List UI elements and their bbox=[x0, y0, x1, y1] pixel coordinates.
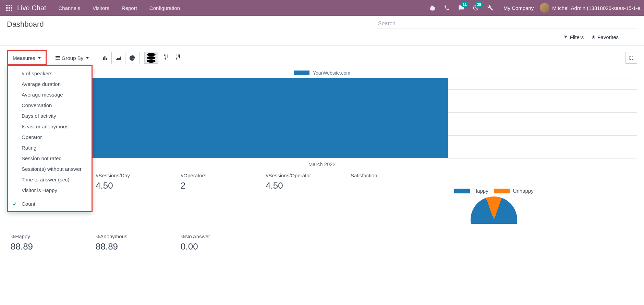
apps-grid-icon[interactable] bbox=[6, 5, 12, 11]
sort-asc-icon[interactable] bbox=[163, 54, 171, 62]
stacked-icon[interactable] bbox=[144, 52, 158, 64]
stat-label: #Sessions/Operator bbox=[266, 173, 343, 178]
nav-report[interactable]: Report bbox=[122, 5, 137, 11]
legend-unhappy-label: Unhappy bbox=[513, 188, 534, 194]
svg-point-1 bbox=[147, 56, 156, 60]
page-title: Dashboard bbox=[7, 20, 44, 29]
measure-avg-message[interactable]: Average message bbox=[8, 89, 92, 100]
measure-speakers[interactable]: # of speakers bbox=[8, 68, 92, 79]
svg-point-2 bbox=[147, 60, 156, 63]
measure-no-answer[interactable]: Session(s) without answer bbox=[8, 164, 92, 174]
chart-x-label: March 2022 bbox=[7, 158, 637, 173]
legend-label: YourWebsite.com bbox=[313, 70, 350, 76]
satisfaction-title: Satisfaction bbox=[351, 173, 637, 178]
company-selector[interactable]: My Company bbox=[503, 5, 534, 11]
bug-icon[interactable] bbox=[427, 3, 438, 13]
measure-avg-duration[interactable]: Average duration bbox=[8, 79, 92, 89]
measure-days-activity[interactable]: Days of activity bbox=[8, 111, 92, 121]
swatch-unhappy bbox=[494, 189, 510, 193]
legend-swatch bbox=[294, 71, 309, 75]
swatch-happy bbox=[454, 189, 470, 193]
stat-label: #Sessions/Day bbox=[96, 173, 173, 178]
search-input[interactable] bbox=[378, 21, 637, 27]
filters-button[interactable]: Filters bbox=[563, 34, 584, 40]
expand-icon[interactable] bbox=[625, 52, 637, 64]
stats-row-1: .. #Sessions/Day 4.50 #Operators 2 #Sess… bbox=[0, 173, 644, 224]
stat-sessions-operator: #Sessions/Operator 4.50 bbox=[262, 173, 347, 224]
stat-sessions-day: #Sessions/Day 4.50 bbox=[92, 173, 177, 224]
app-brand[interactable]: Live Chat bbox=[17, 4, 46, 12]
bar-chart-icon[interactable] bbox=[98, 52, 112, 64]
messages-icon[interactable]: 11 bbox=[456, 3, 466, 13]
satisfaction-pie[interactable] bbox=[471, 196, 517, 224]
clock-icon[interactable]: 28 bbox=[471, 3, 481, 13]
stat-value: 2 bbox=[181, 180, 258, 191]
sort-desc-icon[interactable] bbox=[175, 54, 183, 62]
avatar bbox=[540, 3, 549, 13]
caret-down-icon bbox=[38, 57, 41, 59]
user-menu[interactable]: Mitchell Admin (13818026-saas-15-1-a bbox=[540, 3, 641, 13]
messages-badge: 11 bbox=[461, 2, 469, 7]
measure-conversation[interactable]: Conversation bbox=[8, 100, 92, 111]
phone-icon[interactable] bbox=[442, 3, 452, 13]
measures-highlight-box: Measures # of speakers Average duration … bbox=[7, 50, 47, 65]
legend-happy-label: Happy bbox=[473, 188, 488, 194]
top-navbar: Live Chat Channels Visitors Report Confi… bbox=[0, 0, 644, 16]
user-name: Mitchell Admin (13818026-saas-15-1-a bbox=[552, 5, 641, 11]
measures-dropdown: # of speakers Average duration Average m… bbox=[7, 65, 93, 212]
satisfaction-legend: Happy Unhappy bbox=[351, 188, 637, 194]
measure-anonymous[interactable]: Is visitor anonymous bbox=[8, 121, 92, 132]
chart-legend: YourWebsite.com bbox=[7, 69, 637, 78]
groupby-label: Group By bbox=[62, 55, 83, 61]
stat-value: 88.89 bbox=[96, 241, 173, 252]
graph-toolbar: Measures # of speakers Average duration … bbox=[0, 46, 644, 69]
chart-canvas bbox=[7, 78, 637, 158]
activities-badge: 28 bbox=[475, 2, 483, 7]
satisfaction-panel: Satisfaction Happy Unhappy bbox=[347, 173, 637, 224]
favorites-button[interactable]: Favorites bbox=[591, 34, 619, 40]
chart-type-group bbox=[98, 52, 139, 64]
stats-row-2: %Happy 88.89 %Anonymous 88.89 %No Answer… bbox=[0, 233, 644, 252]
measure-visitor-happy[interactable]: Visitor is Happy bbox=[8, 185, 92, 195]
legend-item[interactable]: YourWebsite.com bbox=[294, 70, 350, 76]
line-chart-icon[interactable] bbox=[112, 52, 125, 64]
measure-count[interactable]: Count bbox=[8, 199, 92, 209]
legend-happy[interactable]: Happy bbox=[454, 188, 488, 194]
list-icon bbox=[56, 56, 60, 60]
stat-no-answer: %No Answer 0.00 bbox=[177, 233, 262, 252]
svg-point-0 bbox=[147, 53, 156, 56]
stat-happy: %Happy 88.89 bbox=[7, 233, 92, 252]
stat-value: 4.50 bbox=[96, 180, 173, 191]
measure-not-rated[interactable]: Session not rated bbox=[8, 153, 92, 164]
search-bar[interactable] bbox=[377, 21, 637, 28]
stat-label: #Operators bbox=[181, 173, 258, 178]
measure-rating[interactable]: Rating bbox=[8, 142, 92, 153]
stat-value: 88.89 bbox=[11, 241, 88, 252]
stat-anonymous: %Anonymous 88.89 bbox=[92, 233, 177, 252]
wrench-icon[interactable] bbox=[485, 3, 495, 13]
legend-unhappy[interactable]: Unhappy bbox=[494, 188, 534, 194]
stat-label: %Anonymous bbox=[96, 233, 173, 239]
stat-operators: #Operators 2 bbox=[177, 173, 262, 224]
stat-label: %Happy bbox=[11, 233, 88, 239]
measure-time-answer[interactable]: Time to answer (sec) bbox=[8, 174, 92, 185]
stat-label: %No Answer bbox=[181, 233, 258, 239]
stat-value: 0.00 bbox=[181, 241, 258, 252]
measures-label: Measures bbox=[13, 55, 35, 61]
measure-operator[interactable]: Operator bbox=[8, 132, 92, 142]
filters-label: Filters bbox=[570, 34, 584, 40]
stat-value: 4.50 bbox=[266, 180, 343, 191]
nav-channels[interactable]: Channels bbox=[59, 5, 80, 11]
control-panel: Dashboard Filters Favorites bbox=[0, 16, 644, 46]
pie-chart-icon[interactable] bbox=[125, 52, 139, 64]
caret-down-icon bbox=[86, 57, 89, 59]
chart-area: YourWebsite.com March 2022 bbox=[0, 69, 644, 173]
nav-visitors[interactable]: Visitors bbox=[93, 5, 109, 11]
measures-button[interactable]: Measures bbox=[9, 52, 45, 64]
nav-configuration[interactable]: Configuration bbox=[149, 5, 180, 11]
groupby-button[interactable]: Group By bbox=[51, 52, 93, 64]
favorites-label: Favorites bbox=[597, 34, 619, 40]
